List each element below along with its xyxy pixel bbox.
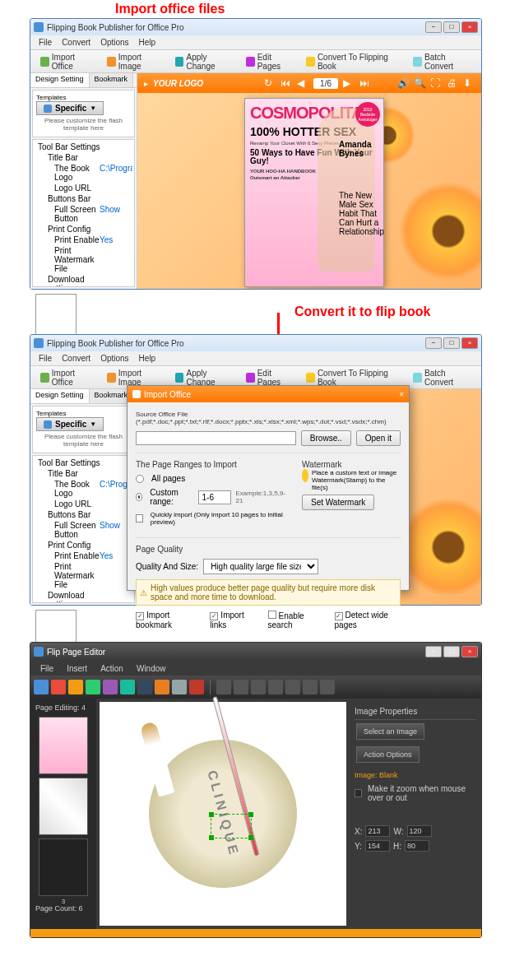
- tool-icon[interactable]: [137, 680, 152, 694]
- menu-help[interactable]: Help: [134, 354, 161, 363]
- print-icon[interactable]: 🖨: [447, 77, 458, 89]
- tree-row[interactable]: Buttons Bar: [35, 509, 132, 520]
- tree-row[interactable]: Print Config: [35, 540, 132, 550]
- import-bookmark-checkbox[interactable]: [136, 612, 144, 620]
- delete-icon[interactable]: [285, 680, 300, 694]
- tab-bookmark[interactable]: Bookmark: [90, 73, 134, 87]
- editor-thumb-2[interactable]: 2: [39, 778, 88, 835]
- settings-tree[interactable]: Tool Bar Settings Title BarThe Book Logo…: [32, 139, 135, 287]
- menu-file[interactable]: File: [34, 664, 60, 673]
- tab-design-setting[interactable]: Design Setting: [30, 389, 90, 403]
- specific-button[interactable]: Specific▼: [36, 417, 104, 431]
- enable-search-checkbox[interactable]: [268, 611, 276, 619]
- custom-range-radio[interactable]: [136, 493, 142, 501]
- tool-icon[interactable]: [68, 680, 83, 694]
- menu-options[interactable]: Options: [95, 354, 133, 363]
- close-button[interactable]: ×: [461, 646, 478, 657]
- tree-row[interactable]: Buttons Bar: [35, 193, 132, 204]
- x-input[interactable]: [365, 825, 390, 837]
- sound-icon[interactable]: 🔊: [397, 77, 409, 89]
- maximize-button[interactable]: □: [443, 21, 460, 33]
- tool-icon[interactable]: [120, 680, 135, 694]
- tree-root[interactable]: Tool Bar Settings: [35, 142, 132, 151]
- menu-options[interactable]: Options: [95, 38, 133, 47]
- maximize-button[interactable]: □: [443, 337, 460, 349]
- all-pages-radio[interactable]: [136, 475, 144, 483]
- menu-convert[interactable]: Convert: [57, 354, 95, 363]
- menu-file[interactable]: File: [34, 38, 57, 47]
- browse-button[interactable]: Browse..: [301, 430, 351, 446]
- tool-icon[interactable]: [189, 680, 204, 694]
- y-input[interactable]: [365, 840, 390, 852]
- tree-row[interactable]: Download setting: [35, 274, 132, 287]
- quickly-import-checkbox[interactable]: [136, 514, 143, 523]
- select-image-button[interactable]: Select an Image: [356, 723, 424, 740]
- undo-icon[interactable]: [216, 680, 231, 694]
- settings-tree[interactable]: Tool Bar Settings Title BarThe Book Logo…: [32, 455, 135, 603]
- tree-row[interactable]: Print Watermark File: [35, 561, 132, 590]
- editor-thumb-3[interactable]: 3: [39, 838, 88, 896]
- menu-insert[interactable]: Insert: [60, 664, 94, 673]
- tree-row[interactable]: Print EnableYes: [35, 235, 132, 245]
- menu-action[interactable]: Action: [94, 664, 130, 673]
- tool-icon[interactable]: [172, 680, 187, 694]
- tree-row[interactable]: Full Screen ButtonShow: [35, 520, 132, 540]
- selection-box[interactable]: [211, 814, 252, 838]
- import-links-checkbox[interactable]: [210, 612, 218, 620]
- copy-icon[interactable]: [251, 680, 266, 694]
- menu-file[interactable]: File: [34, 354, 57, 363]
- tree-row[interactable]: The Book LogoC:\ProgramD...: [35, 163, 132, 183]
- resize-handle[interactable]: [248, 812, 253, 817]
- resize-handle[interactable]: [209, 835, 214, 840]
- convert-button[interactable]: Convert To Flipping Book: [300, 50, 406, 73]
- maximize-button[interactable]: □: [443, 646, 460, 657]
- tool-icon[interactable]: [155, 680, 169, 694]
- first-icon[interactable]: ⏮: [280, 77, 292, 89]
- save-icon[interactable]: [34, 680, 49, 694]
- tree-root[interactable]: Tool Bar Settings: [35, 458, 132, 467]
- quality-select[interactable]: High quality large file size: [203, 559, 318, 574]
- tree-row[interactable]: Print Watermark File: [35, 245, 132, 274]
- import-office-button[interactable]: Import Office: [35, 366, 100, 389]
- zoom-in-icon[interactable]: [303, 680, 318, 694]
- zoom-icon[interactable]: 🔍: [414, 77, 425, 89]
- tree-row[interactable]: Download setting: [35, 590, 132, 603]
- tree-row[interactable]: Print EnableYes: [35, 550, 132, 561]
- apply-change-button[interactable]: Apply Change: [169, 50, 239, 73]
- minimize-button[interactable]: −: [425, 21, 442, 33]
- tab-design-setting[interactable]: Design Setting: [30, 73, 90, 87]
- editor-canvas[interactable]: [100, 702, 346, 926]
- tree-row[interactable]: Print Config: [35, 224, 132, 235]
- tool-icon[interactable]: [103, 680, 118, 694]
- fullscreen-icon[interactable]: ⛶: [430, 77, 442, 89]
- page-indicator[interactable]: 1/6: [313, 78, 338, 89]
- tree-row[interactable]: Title Bar: [35, 468, 132, 479]
- next-icon[interactable]: ▶: [343, 77, 355, 89]
- close-button[interactable]: ×: [461, 337, 478, 349]
- menu-convert[interactable]: Convert: [57, 38, 95, 47]
- menu-window[interactable]: Window: [130, 664, 173, 673]
- specific-button[interactable]: Specific▼: [36, 101, 104, 115]
- auto-icon[interactable]: ↻: [264, 77, 276, 89]
- tree-row[interactable]: Title Bar: [35, 152, 132, 163]
- resize-handle[interactable]: [248, 835, 253, 840]
- redo-icon[interactable]: [234, 680, 248, 694]
- tool-icon[interactable]: [86, 680, 100, 694]
- batch-convert-button[interactable]: Batch Convert: [407, 50, 477, 73]
- detect-wide-checkbox[interactable]: [335, 612, 343, 620]
- w-input[interactable]: [407, 825, 432, 837]
- action-options-button[interactable]: Action Options: [356, 746, 420, 763]
- magazine-preview[interactable]: 2010 Bedside Astrologer COSMOPOLITAN 100…: [244, 98, 384, 287]
- tree-row[interactable]: The Book LogoC:\ProgramD...: [35, 479, 132, 499]
- set-watermark-button[interactable]: Set Watermark: [302, 495, 374, 510]
- tree-row[interactable]: Logo URL: [35, 183, 132, 193]
- menu-help[interactable]: Help: [134, 38, 161, 47]
- minimize-button[interactable]: −: [425, 337, 442, 349]
- import-office-button[interactable]: Import Office: [35, 50, 100, 73]
- download-icon[interactable]: ⬇: [463, 77, 475, 89]
- minimize-button[interactable]: −: [425, 646, 442, 657]
- tree-row[interactable]: Logo URL: [35, 499, 132, 509]
- batch-convert-button[interactable]: Batch Convert: [407, 366, 477, 389]
- prev-icon[interactable]: ◀: [297, 77, 308, 89]
- editor-thumb-1[interactable]: 1: [39, 717, 88, 774]
